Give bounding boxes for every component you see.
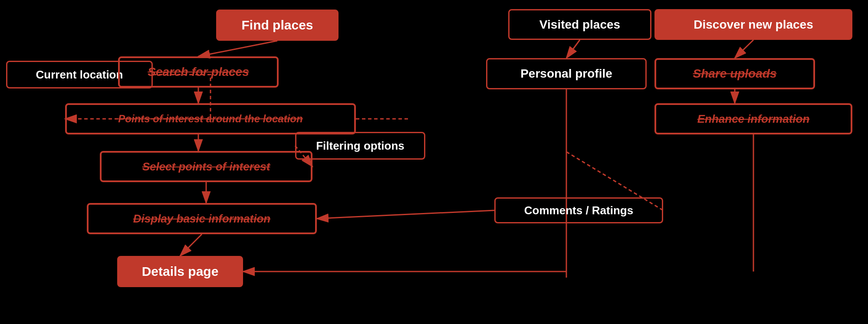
enhance-information-node: Enhance information	[654, 103, 852, 134]
svg-line-8	[180, 234, 202, 256]
share-uploads-node: Share uploads	[654, 58, 815, 89]
filtering-options-node: Filtering options	[295, 132, 425, 160]
comments-ratings-node: Comments / Ratings	[494, 197, 663, 223]
display-basic-info-node: Display basic information	[87, 203, 317, 234]
svg-line-3	[198, 41, 277, 56]
find-places-node: Find places	[216, 10, 339, 41]
details-page-node: Details page	[117, 256, 243, 287]
points-of-interest-node: Points of interest around the location	[65, 103, 356, 134]
select-points-node: Select points of interest	[100, 151, 312, 182]
svg-line-14	[317, 210, 494, 219]
search-for-places-node: Search for places	[118, 56, 279, 88]
visited-places-node: Visited places	[508, 9, 651, 40]
svg-line-10	[735, 40, 753, 58]
discover-new-places-node: Discover new places	[654, 9, 852, 40]
diagram-container: Find places Visited places Discover new …	[0, 0, 868, 324]
personal-profile-node: Personal profile	[486, 58, 647, 89]
svg-line-9	[566, 40, 580, 58]
